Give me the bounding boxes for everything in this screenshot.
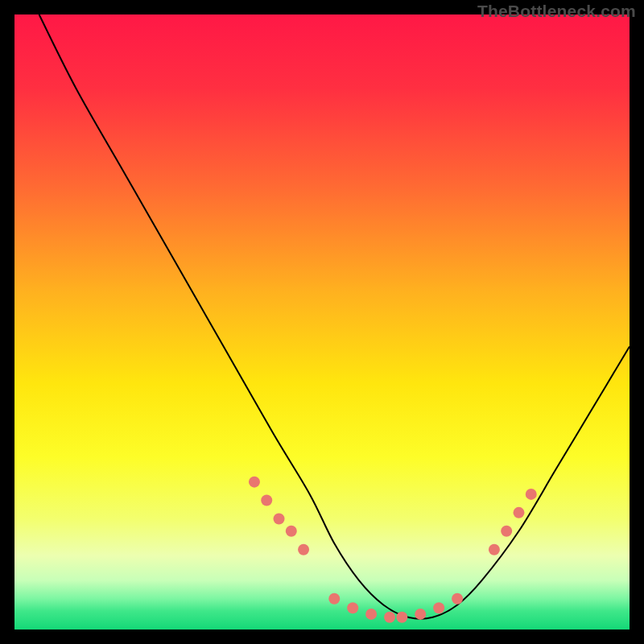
- highlight-dot: [501, 526, 512, 537]
- watermark-label: TheBottleneck.com: [477, 2, 636, 21]
- chart-plot-area: [14, 14, 630, 630]
- highlight-dot: [347, 602, 358, 613]
- highlight-dot: [249, 477, 260, 488]
- highlight-dot: [513, 507, 524, 518]
- highlight-dot: [298, 544, 309, 555]
- highlight-dot: [489, 544, 500, 555]
- highlight-dot: [415, 609, 426, 620]
- bottleneck-curve: [39, 14, 630, 619]
- highlight-dot: [286, 526, 297, 537]
- highlight-dot: [261, 495, 272, 506]
- highlight-dot: [452, 593, 463, 605]
- highlight-dot: [396, 612, 407, 623]
- chart-stage: TheBottleneck.com: [0, 0, 644, 644]
- highlight-dot: [433, 602, 444, 613]
- highlight-dot: [365, 609, 377, 620]
- highlight-dot: [526, 489, 537, 500]
- highlight-dot: [274, 513, 285, 524]
- highlight-dot: [328, 593, 340, 605]
- highlight-dot: [384, 612, 395, 623]
- chart-svg: [14, 14, 630, 630]
